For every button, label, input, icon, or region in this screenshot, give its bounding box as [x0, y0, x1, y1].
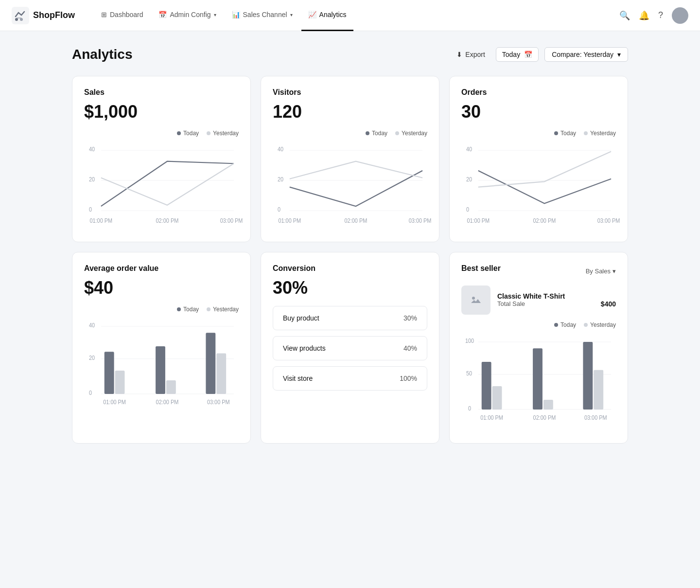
help-button[interactable]: ? — [658, 10, 663, 20]
logo[interactable]: ShopFlow — [12, 7, 75, 24]
svg-text:0: 0 — [89, 390, 92, 396]
svg-text:0: 0 — [466, 206, 470, 213]
conversion-list: Buy product 30% View products 40% Visit … — [273, 306, 427, 391]
svg-text:0: 0 — [89, 206, 92, 213]
best-seller-header: Best seller By Sales ▾ — [461, 264, 616, 278]
svg-rect-37 — [105, 352, 114, 394]
svg-text:0: 0 — [468, 406, 471, 412]
best-seller-title: Best seller — [461, 264, 501, 273]
svg-text:50: 50 — [466, 370, 472, 376]
orders-card: Orders 30 Today Yesterday 40 20 0 — [449, 76, 628, 242]
legend-yesterday: Yesterday — [207, 130, 239, 137]
legend-today: Today — [177, 130, 199, 137]
svg-rect-54 — [482, 362, 491, 410]
product-thumbnail — [461, 285, 490, 315]
svg-text:40: 40 — [89, 146, 95, 153]
legend-yesterday: Yesterday — [207, 306, 239, 313]
nav-analytics[interactable]: 📈 Analytics — [301, 0, 353, 31]
export-icon: ⬇ — [456, 51, 462, 58]
notifications-button[interactable]: 🔔 — [639, 10, 649, 21]
orders-title: Orders — [461, 88, 616, 97]
svg-text:03:00 PM: 03:00 PM — [207, 399, 230, 405]
svg-text:01:00 PM: 01:00 PM — [103, 399, 126, 405]
export-button[interactable]: ⬇ Export — [452, 48, 490, 61]
orders-value: 30 — [461, 102, 616, 122]
by-sales-dropdown[interactable]: By Sales ▾ — [586, 267, 616, 275]
svg-rect-38 — [115, 371, 125, 394]
admin-config-icon: 📅 — [158, 11, 167, 18]
yesterday-dot — [584, 323, 588, 327]
calendar-icon: 📅 — [524, 51, 532, 58]
svg-text:01:00 PM: 01:00 PM — [278, 217, 301, 224]
legend-yesterday: Yesterday — [584, 321, 616, 328]
svg-text:0: 0 — [278, 206, 281, 213]
visitors-card: Visitors 120 Today Yesterday 40 20 0 — [261, 76, 439, 242]
product-sale-row: Total Sale $400 — [497, 300, 616, 308]
svg-point-1 — [15, 18, 18, 21]
svg-rect-39 — [156, 346, 165, 394]
date-picker[interactable]: Today 📅 — [496, 47, 539, 62]
product-row: Classic White T-Shirt Total Sale $400 — [461, 285, 616, 315]
svg-text:20: 20 — [278, 176, 284, 183]
svg-text:40: 40 — [89, 322, 95, 329]
today-dot — [177, 307, 181, 311]
nav-dashboard[interactable]: ⊞ Dashboard — [94, 0, 150, 31]
avg-order-card: Average order value $40 Today Yesterday … — [72, 252, 251, 444]
svg-text:03:00 PM: 03:00 PM — [220, 217, 243, 224]
nav-sales-channel[interactable]: 📊 Sales Channel ▾ — [225, 0, 299, 31]
svg-rect-58 — [583, 342, 593, 410]
svg-text:03:00 PM: 03:00 PM — [597, 217, 620, 224]
today-dot — [554, 323, 558, 327]
svg-text:40: 40 — [278, 146, 284, 153]
page-content: Analytics ⬇ Export Today 📅 Compare: Yest… — [58, 31, 642, 459]
orders-legend: Today Yesterday — [461, 130, 616, 137]
today-dot — [366, 131, 369, 135]
svg-text:01:00 PM: 01:00 PM — [480, 414, 503, 421]
nav-admin-config[interactable]: 📅 Admin Config ▾ — [152, 0, 223, 31]
best-seller-legend: Today Yesterday — [461, 321, 616, 328]
svg-text:02:00 PM: 02:00 PM — [533, 414, 556, 421]
best-seller-card: Best seller By Sales ▾ Classic White T-S… — [449, 252, 628, 444]
conversion-title: Conversion — [273, 264, 427, 273]
legend-today: Today — [554, 130, 576, 137]
today-dot — [554, 131, 558, 135]
compare-dropdown[interactable]: Compare: Yesterday ▾ — [544, 47, 628, 62]
navbar: ShopFlow ⊞ Dashboard 📅 Admin Config ▾ 📊 … — [0, 0, 700, 31]
product-info: Classic White T-Shirt Total Sale $400 — [497, 292, 616, 308]
visitors-legend: Today Yesterday — [273, 130, 427, 137]
svg-text:02:00 PM: 02:00 PM — [345, 217, 368, 224]
today-dot — [177, 131, 181, 135]
avatar[interactable] — [672, 7, 688, 24]
svg-rect-0 — [12, 7, 29, 24]
sales-card: Sales $1,000 Today Yesterday 40 20 0 — [72, 76, 251, 242]
conversion-item-visit-store: Visit store 100% — [273, 366, 427, 391]
nav-links: ⊞ Dashboard 📅 Admin Config ▾ 📊 Sales Cha… — [94, 0, 619, 31]
svg-text:02:00 PM: 02:00 PM — [533, 217, 556, 224]
svg-rect-40 — [166, 380, 176, 394]
avg-order-chart: 40 20 0 01:00 PM — [84, 317, 239, 416]
yesterday-dot — [207, 131, 210, 135]
svg-rect-59 — [594, 370, 603, 410]
best-seller-chart: 100 50 0 01:00 PM 02:00 PM — [461, 332, 616, 431]
conversion-value: 30% — [273, 278, 427, 298]
legend-today: Today — [366, 130, 387, 137]
search-button[interactable]: 🔍 — [619, 10, 630, 21]
sales-title: Sales — [84, 88, 239, 97]
analytics-icon: 📈 — [308, 11, 316, 18]
svg-rect-46 — [469, 293, 483, 307]
svg-text:20: 20 — [466, 176, 472, 183]
sales-value: $1,000 — [84, 102, 239, 122]
product-name: Classic White T-Shirt — [497, 292, 616, 300]
conversion-item-view-products: View products 40% — [273, 336, 427, 360]
svg-text:02:00 PM: 02:00 PM — [156, 399, 179, 405]
legend-yesterday: Yesterday — [395, 130, 427, 137]
visitors-chart: 40 20 0 01:00 PM 02:00 PM 03:00 PM — [273, 141, 427, 230]
chevron-down-icon: ▾ — [290, 12, 293, 18]
sales-channel-icon: 📊 — [232, 11, 240, 18]
svg-point-2 — [20, 18, 23, 21]
avg-order-legend: Today Yesterday — [84, 306, 239, 313]
image-placeholder-icon — [469, 293, 483, 307]
legend-today: Today — [177, 306, 199, 313]
avg-order-title: Average order value — [84, 264, 239, 273]
header-actions: ⬇ Export Today 📅 Compare: Yesterday ▾ — [452, 47, 628, 62]
